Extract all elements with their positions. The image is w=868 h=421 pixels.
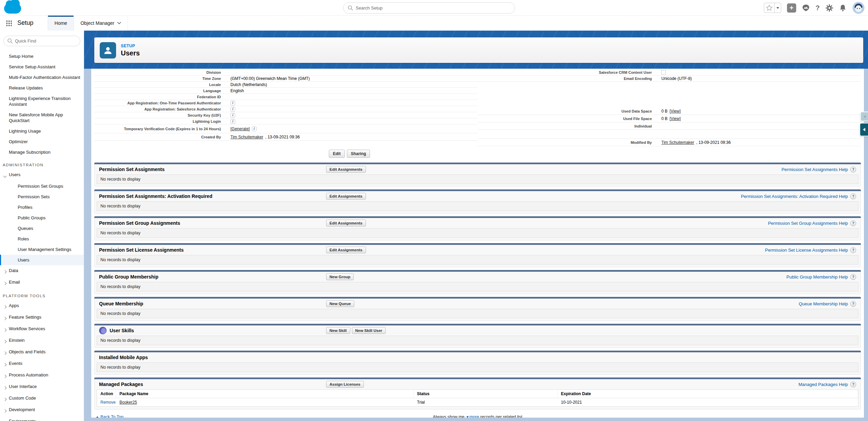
sidebar-item-new-salesforce-mobile-app-quickstart[interactable]: New Salesforce Mobile App QuickStart (0, 110, 84, 126)
sidebar-item-process-automation[interactable]: Process Automation (0, 370, 84, 381)
field-link[interactable]: [View] (670, 109, 680, 114)
help-question-icon[interactable]: ? (850, 382, 856, 387)
new-skill-button[interactable]: New Skill (326, 327, 350, 334)
section-help-link[interactable]: Queue Membership Help? (799, 301, 856, 307)
chevron-down-icon[interactable] (3, 173, 9, 179)
sidebar-item-public-groups[interactable]: Public Groups (0, 213, 84, 223)
chevron-right-icon[interactable] (3, 361, 9, 367)
sidebar-item-users[interactable]: Users (0, 255, 84, 265)
chevron-right-icon[interactable] (3, 269, 9, 274)
sidebar-item-user-interface[interactable]: User Interface (0, 381, 84, 393)
add-icon[interactable]: + (787, 3, 796, 13)
help-question-icon[interactable]: ? (850, 193, 856, 199)
sharing-button[interactable]: Sharing (347, 150, 370, 158)
sidebar-item-profiles[interactable]: Profiles (0, 202, 84, 213)
favorites-dropdown[interactable] (774, 3, 781, 13)
new-queue-button[interactable]: New Queue (326, 300, 354, 307)
sidebar-item-user-management-settings[interactable]: User Management Settings (0, 244, 84, 255)
avatar[interactable] (852, 2, 865, 14)
chevron-right-icon[interactable] (3, 280, 9, 286)
sidebar-item-setup-home[interactable]: Setup Home (0, 51, 84, 62)
new-skill-user-button[interactable]: New Skill User (352, 327, 386, 334)
chevron-right-icon[interactable] (3, 315, 9, 321)
chevron-right-icon[interactable] (3, 419, 9, 421)
edit-assignments-button[interactable]: Edit Assignments (326, 193, 366, 200)
notifications-bell-icon[interactable] (839, 4, 847, 12)
help-question-icon[interactable]: ? (850, 274, 856, 280)
app-launcher-waffle-icon[interactable] (6, 20, 12, 26)
info-icon[interactable]: i (230, 107, 235, 112)
chevron-right-icon[interactable] (3, 385, 9, 390)
edit-assignments-button[interactable]: Edit Assignments (326, 220, 366, 226)
search-setup-input[interactable] (356, 3, 509, 13)
sidebar-item-permission-sets[interactable]: Permission Sets (0, 191, 84, 202)
info-icon[interactable]: i (252, 127, 257, 131)
help-question-icon[interactable]: ? (850, 301, 856, 307)
sidebar-item-manage-subscription[interactable]: Manage Subscription (0, 147, 84, 157)
favorites-star-icon[interactable] (764, 4, 774, 11)
sidebar-item-development[interactable]: Development (0, 404, 84, 416)
sidebar-item-lightning-experience-transition-assistant[interactable]: Lightning Experience Transition Assistan… (0, 93, 84, 110)
sidebar-item-email[interactable]: Email (0, 277, 84, 288)
info-icon[interactable]: i (230, 101, 235, 105)
edit-button[interactable]: Edit (329, 150, 345, 158)
help-question-icon[interactable]: ? (850, 247, 856, 253)
docked-panel-tab-primary[interactable] (859, 123, 868, 136)
setup-gear-icon[interactable] (825, 4, 833, 12)
sidebar-item-environments[interactable]: Environments (0, 416, 84, 421)
sidebar-item-custom-code[interactable]: Custom Code (0, 393, 84, 404)
field-link[interactable]: Tim Schuitemaker (230, 135, 263, 139)
chevron-right-icon[interactable] (3, 350, 9, 356)
field-link[interactable]: Tim Schuitemaker (661, 140, 694, 145)
section-help-link[interactable]: Managed Packages Help? (799, 382, 856, 387)
assign-licenses-button[interactable]: Assign Licenses (326, 381, 364, 388)
chevron-right-icon[interactable] (3, 396, 9, 402)
sidebar-item-release-updates[interactable]: Release Updates (0, 83, 84, 93)
trailhead-icon[interactable] (802, 4, 810, 12)
field-link[interactable]: [Generate] (230, 127, 250, 131)
sidebar-item-objects-and-fields[interactable]: Objects and Fields (0, 347, 84, 358)
sidebar-item-lightning-usage[interactable]: Lightning Usage (0, 126, 84, 136)
help-icon[interactable]: ? (816, 4, 820, 12)
package-link[interactable]: Booker25 (119, 400, 137, 405)
sidebar-item-feature-settings[interactable]: Feature Settings (0, 312, 84, 323)
edit-assignments-button[interactable]: Edit Assignments (326, 166, 366, 173)
chevron-right-icon[interactable] (3, 408, 9, 414)
section-help-link[interactable]: Permission Set Group Assignments Help? (768, 220, 856, 226)
chevron-right-icon[interactable] (3, 304, 9, 309)
chevron-right-icon[interactable] (3, 373, 9, 379)
docked-panel-tab-secondary[interactable] (860, 112, 868, 121)
sidebar-item-apps[interactable]: Apps (0, 300, 84, 312)
remove-link[interactable]: Remove (100, 400, 116, 405)
sidebar-item-queues[interactable]: Queues (0, 223, 84, 234)
info-icon[interactable]: i (230, 119, 235, 124)
tab-object-manager[interactable]: Object Manager (74, 16, 128, 31)
sidebar-item-data[interactable]: Data (0, 265, 84, 277)
quick-find-input[interactable] (15, 36, 80, 46)
favorites-control[interactable] (764, 3, 781, 13)
section-help-link[interactable]: Permission Set License Assignments Help? (765, 247, 856, 253)
chevron-right-icon[interactable] (3, 327, 9, 333)
help-question-icon[interactable]: ? (850, 167, 856, 172)
section-help-link[interactable]: Permission Set Assignments: Activation R… (741, 193, 856, 199)
section-help-link[interactable]: Permission Set Assignments Help? (782, 167, 856, 172)
sidebar-item-permission-set-groups[interactable]: Permission Set Groups (0, 181, 84, 191)
sidebar-item-events[interactable]: Events (0, 358, 84, 370)
chevron-right-icon[interactable] (3, 338, 9, 344)
sidebar-item-service-setup-assistant[interactable]: Service Setup Assistant (0, 62, 84, 72)
sidebar-item-roles[interactable]: Roles (0, 234, 84, 244)
sidebar-item-label: Roles (18, 236, 82, 242)
sidebar-item-einstein[interactable]: Einstein (0, 335, 84, 347)
sidebar-item-workflow-services[interactable]: Workflow Services (0, 323, 84, 335)
more-records-link[interactable]: more (469, 415, 479, 418)
sidebar-item-users[interactable]: Users (0, 169, 84, 181)
section-help-link[interactable]: Public Group Membership Help? (786, 274, 856, 280)
info-icon[interactable]: i (230, 113, 235, 118)
sidebar-item-multi-factor-authentication-assistant[interactable]: Multi-Factor Authentication Assistant (0, 72, 84, 83)
new-group-button[interactable]: New Group (326, 273, 354, 280)
edit-assignments-button[interactable]: Edit Assignments (326, 247, 366, 253)
help-question-icon[interactable]: ? (850, 220, 856, 226)
field-link[interactable]: [View] (670, 116, 680, 121)
sidebar-item-optimizer[interactable]: Optimizer (0, 136, 84, 147)
tab-home[interactable]: Home (48, 16, 74, 31)
